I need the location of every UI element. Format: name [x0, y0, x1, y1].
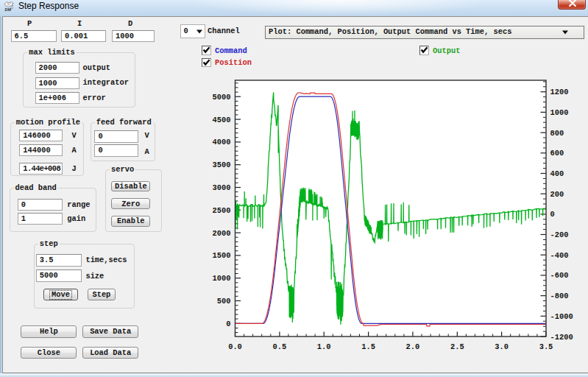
svg-text:DM: DM: [5, 7, 12, 12]
